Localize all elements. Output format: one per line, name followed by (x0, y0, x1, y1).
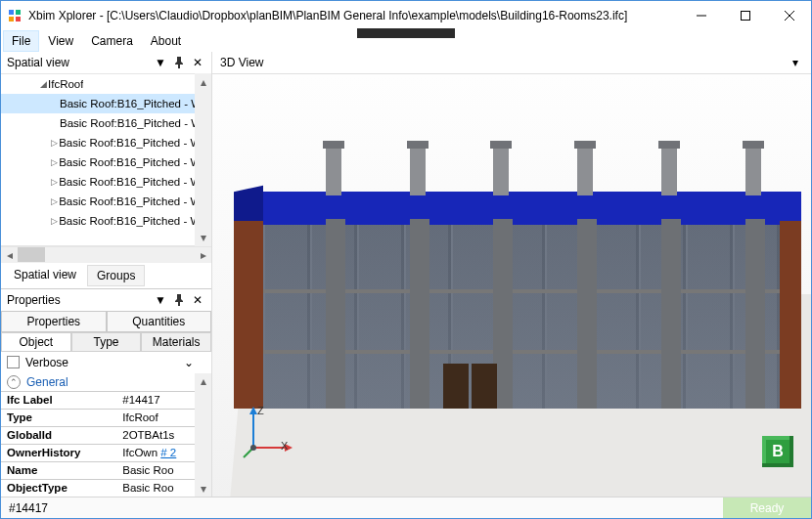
properties-panel: Properties ▼ ✕ Properties Quantities Obj… (1, 288, 211, 497)
group-title: General (26, 375, 68, 389)
table-row[interactable]: Ifc Label#14417 (1, 391, 211, 409)
svg-rect-3 (16, 17, 21, 22)
close-panel-icon[interactable]: ✕ (190, 55, 205, 70)
quantities-button[interactable]: Quantities (107, 311, 212, 332)
status-label: #14417 (9, 501, 48, 515)
pin-icon[interactable] (171, 292, 187, 308)
properties-button[interactable]: Properties (1, 311, 107, 332)
dropdown-icon[interactable]: ▼ (153, 55, 168, 70)
pin-icon[interactable] (171, 55, 187, 70)
horizontal-scrollbar[interactable]: ◂ ▸ (1, 246, 211, 263)
properties-header: Properties ▼ ✕ (1, 289, 211, 311)
expand-icon[interactable]: ▷ (50, 157, 59, 167)
scroll-down-icon[interactable]: ▾ (201, 230, 206, 246)
spatial-view-title: Spatial view (7, 56, 150, 69)
scroll-up-icon[interactable]: ▴ (201, 373, 206, 390)
svg-rect-1 (16, 10, 21, 15)
owner-history-link[interactable]: # 2 (160, 447, 176, 458)
verbose-checkbox[interactable] (7, 356, 20, 368)
wall (780, 221, 801, 409)
table-row[interactable]: OwnerHistoryIfcOwn # 2 (1, 444, 211, 461)
expand-icon[interactable]: ▷ (50, 177, 59, 187)
wall (234, 221, 263, 409)
vertical-scrollbar[interactable]: ▴ ▾ (195, 73, 211, 246)
properties-table: Ifc Label#14417 TypeIfcRoof GlobalId2OTB… (1, 391, 211, 497)
tree-item[interactable]: ▷Basic Roof:B16_Pitched - Wa (1, 133, 195, 152)
tab-materials[interactable]: Materials (141, 332, 211, 352)
chevron-down-icon[interactable]: ⌄ (184, 356, 194, 369)
tree-item[interactable]: ▷Basic Roof:B16_Pitched - Wa (1, 192, 195, 211)
close-button[interactable] (767, 1, 811, 30)
status-bar: #14417 Ready (1, 497, 811, 518)
tree-root[interactable]: ◢ IfcRoof (1, 74, 195, 94)
svg-rect-5 (741, 12, 749, 21)
svg-rect-2 (9, 17, 14, 22)
vertical-scrollbar[interactable]: ▴ ▾ (195, 373, 211, 497)
collapse-icon[interactable]: ◢ (38, 79, 48, 89)
view-cube[interactable]: B (762, 436, 793, 467)
menu-about[interactable]: About (142, 30, 190, 52)
scroll-down-icon[interactable]: ▾ (201, 480, 206, 497)
window-title: Xbim Xplorer - [C:\Users\Claudio\Dropbox… (28, 9, 679, 22)
expand-icon[interactable]: ▷ (50, 216, 59, 226)
expand-icon[interactable]: ▷ (50, 196, 59, 206)
close-panel-icon[interactable]: ✕ (190, 292, 205, 308)
expand-icon[interactable]: ▷ (50, 138, 59, 148)
table-row[interactable]: NameBasic Roo (1, 461, 211, 479)
axis-z-label: Z (257, 405, 264, 416)
collapse-group-icon[interactable]: ⌃ (7, 375, 21, 389)
maximize-button[interactable] (723, 1, 767, 30)
tree-item[interactable]: ▷Basic Roof:B16_Pitched - Wa (1, 172, 195, 192)
minimize-button[interactable] (679, 1, 723, 30)
menu-camera[interactable]: Camera (82, 30, 142, 52)
building-model[interactable] (242, 192, 801, 409)
axis-x-label: X (281, 440, 288, 452)
spatial-view-header: Spatial view ▼ ✕ (1, 52, 211, 73)
table-row[interactable]: ObjectTypeBasic Roo (1, 479, 211, 497)
dropdown-icon[interactable]: ▼ (153, 292, 168, 308)
scroll-up-icon[interactable]: ▴ (201, 73, 206, 90)
menu-bar: File View Camera About (1, 30, 811, 52)
toolbar-stub (357, 28, 455, 38)
3d-viewport[interactable]: X Z B (212, 74, 811, 497)
tree-item[interactable]: Basic Roof:B16_Pitched - Wa (1, 94, 195, 113)
svg-point-13 (250, 445, 256, 451)
main-area: 3D View ▾ (212, 52, 811, 497)
spatial-tabs: Spatial view Groups (1, 263, 211, 288)
scroll-thumb[interactable] (18, 247, 45, 262)
scroll-left-icon[interactable]: ◂ (1, 246, 18, 263)
tab-type[interactable]: Type (71, 332, 142, 352)
table-row[interactable]: TypeIfcRoof (1, 409, 211, 426)
tree-item[interactable]: Basic Roof:B16_Pitched - Wa (1, 113, 195, 133)
table-row[interactable]: GlobalId2OTBAt1s (1, 426, 211, 444)
view-header: 3D View ▾ (212, 52, 811, 74)
menu-view[interactable]: View (39, 30, 82, 52)
tab-spatial-view[interactable]: Spatial view (5, 265, 85, 286)
svg-marker-9 (249, 407, 257, 414)
group-header[interactable]: ⌃ General (1, 373, 211, 391)
tab-object[interactable]: Object (1, 332, 71, 352)
view-menu-icon[interactable]: ▾ (788, 55, 803, 70)
scroll-right-icon[interactable]: ▸ (195, 246, 211, 263)
spatial-tree[interactable]: ◢ IfcRoof Basic Roof:B16_Pitched - Wa Ba… (1, 73, 211, 246)
properties-title: Properties (7, 293, 150, 307)
title-bar: Xbim Xplorer - [C:\Users\Claudio\Dropbox… (1, 1, 811, 30)
tree-item[interactable]: ▷Basic Roof:B16_Pitched - Wa (1, 152, 195, 172)
verbose-label: Verbose (25, 356, 68, 369)
status-ready: Ready (723, 497, 811, 518)
view-title: 3D View (220, 56, 263, 69)
axes-gizmo[interactable]: X Z (240, 403, 298, 461)
tree-item[interactable]: ▷Basic Roof:B16_Pitched - Wa (1, 211, 195, 231)
svg-rect-0 (9, 10, 14, 15)
left-sidebar: Spatial view ▼ ✕ ◢ IfcRoof Basic Roof:B1… (1, 52, 212, 497)
tab-groups[interactable]: Groups (87, 265, 145, 286)
menu-file[interactable]: File (3, 30, 39, 52)
app-logo-icon (7, 8, 23, 23)
